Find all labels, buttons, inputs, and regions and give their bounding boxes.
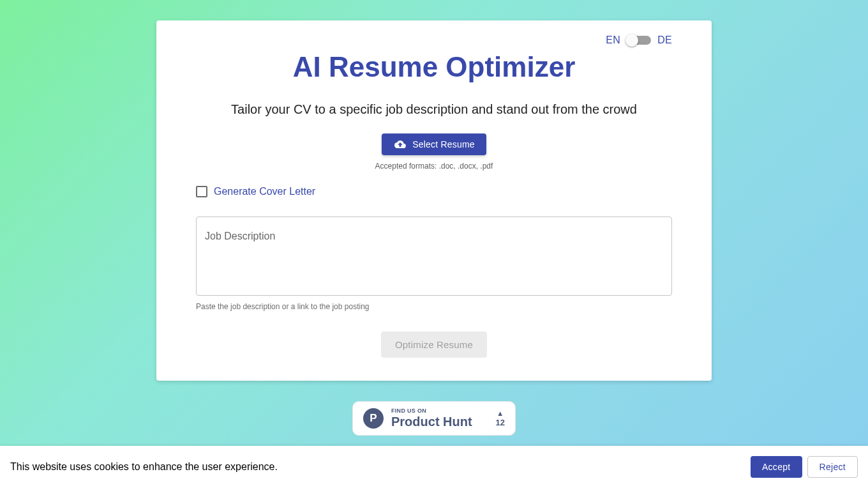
cover-letter-checkbox[interactable] [196,186,207,197]
cover-letter-row: Generate Cover Letter [196,186,672,197]
select-resume-button[interactable]: Select Resume [382,133,486,155]
accepted-formats: Accepted formats: .doc, .docx, .pdf [196,162,672,171]
product-hunt-icon: P [363,408,384,429]
upload-section: Select Resume Accepted formats: .doc, .d… [196,133,672,171]
vote-count: 12 [496,418,505,427]
product-hunt-badge[interactable]: P FIND US ON Product Hunt ▲ 12 [352,401,516,436]
lang-de-label: DE [657,34,672,46]
product-hunt-name: Product Hunt [391,415,488,429]
cookie-consent-bar: This website uses cookies to enhance the… [0,446,868,488]
product-hunt-text: FIND US ON Product Hunt [391,408,488,429]
page-subtitle: Tailor your CV to a specific job descrip… [196,102,672,117]
reject-button[interactable]: Reject [807,456,858,478]
accept-button[interactable]: Accept [751,456,802,478]
product-hunt-votes: ▲ 12 [496,410,505,427]
lang-en-label: EN [606,34,620,46]
page-title: AI Resume Optimizer [196,51,672,83]
select-resume-label: Select Resume [412,139,475,149]
main-card: EN DE AI Resume Optimizer Tailor your CV… [156,20,712,381]
job-description-helper: Paste the job description or a link to t… [196,302,672,311]
cookie-text: This website uses cookies to enhance the… [10,461,751,473]
optimize-resume-button[interactable]: Optimize Resume [381,332,487,358]
language-switch[interactable] [627,36,651,45]
cover-letter-label: Generate Cover Letter [214,186,315,197]
cloud-upload-icon [393,139,407,150]
upvote-icon: ▲ [497,410,504,417]
optimize-section: Optimize Resume [196,332,672,358]
job-description-field: Job Description Paste the job descriptio… [196,217,672,311]
job-description-input[interactable] [196,217,672,296]
language-toggle-row: EN DE [196,34,672,46]
product-hunt-findus: FIND US ON [391,408,488,415]
